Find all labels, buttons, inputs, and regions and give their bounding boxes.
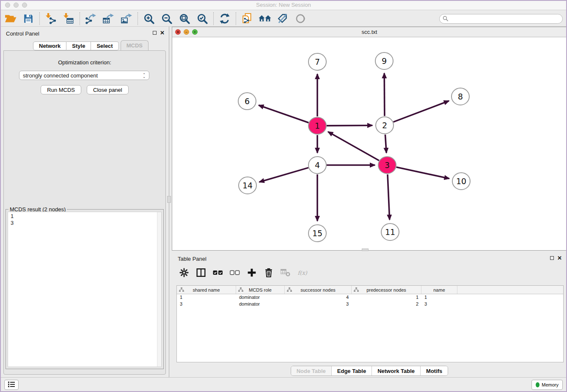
tab-node-table[interactable]: Node Table	[291, 366, 331, 375]
column-header-shared-name[interactable]: shared name	[177, 286, 236, 294]
memory-button[interactable]: Memory	[531, 380, 563, 390]
node-10[interactable]: 10	[452, 173, 470, 190]
cell-shared-name[interactable]: 1	[177, 294, 236, 301]
edge-1-6[interactable]	[259, 105, 308, 123]
node-1[interactable]: 1	[308, 117, 326, 134]
zoom-out-icon[interactable]	[158, 11, 176, 26]
cell-predecessor-nodes[interactable]: 2	[352, 301, 421, 308]
window-title: Session: New Session	[0, 2, 567, 8]
hide-labels-icon[interactable]	[274, 11, 292, 26]
tab-network-table[interactable]: Network Table	[372, 366, 420, 375]
tab-style[interactable]: Style	[66, 41, 91, 50]
control-panel: Control Panel ✕ NetworkStyleSelectMCDS O…	[0, 27, 169, 377]
node-11[interactable]: 11	[381, 224, 399, 240]
horizontal-splitter-grip[interactable]	[362, 248, 369, 251]
tab-mcds[interactable]: MCDS	[121, 40, 149, 50]
zoom-selected-icon[interactable]	[193, 11, 211, 26]
node-3[interactable]: 3	[378, 157, 396, 174]
edge-2-3[interactable]	[385, 135, 386, 153]
deselect-all-checkboxes-icon[interactable]	[229, 267, 240, 278]
run-mcds-button[interactable]: Run MCDS	[41, 85, 81, 94]
column-label: MCDS role	[249, 287, 272, 293]
node-15[interactable]: 15	[308, 225, 326, 242]
node-7[interactable]: 7	[308, 53, 326, 70]
edge-2-8[interactable]	[394, 101, 449, 122]
toolbar-separator	[80, 12, 80, 25]
node-4[interactable]: 4	[308, 157, 326, 174]
select-all-checkboxes-icon[interactable]	[212, 267, 223, 278]
combo-value: strongly connected component	[23, 72, 98, 79]
network-window-titlebar[interactable]: ✕ − + scc.txt	[172, 27, 567, 37]
table-row[interactable]: 1dominator411	[177, 294, 563, 301]
tab-motifs[interactable]: Motifs	[420, 366, 448, 375]
tab-select[interactable]: Select	[91, 41, 118, 50]
close-panel-icon[interactable]: ✕	[160, 30, 165, 35]
cell-name[interactable]: 3	[421, 301, 457, 308]
column-header-name[interactable]: name	[421, 286, 457, 294]
add-column-icon[interactable]	[246, 267, 257, 278]
edge-3-1[interactable]	[328, 132, 379, 160]
tab-edge-table[interactable]: Edge Table	[331, 366, 372, 375]
edge-2-9[interactable]	[384, 73, 385, 116]
node-9[interactable]: 9	[375, 52, 393, 69]
import-network-icon[interactable]	[42, 11, 60, 26]
cell-shared-name[interactable]: 3	[177, 301, 236, 308]
table-settings-gear-icon[interactable]	[179, 267, 190, 278]
column-header-successor-nodes[interactable]: successor nodes	[285, 286, 352, 294]
node-8[interactable]: 8	[451, 88, 469, 105]
vertical-splitter-grip[interactable]	[167, 196, 171, 203]
column-header-MCDS-role[interactable]: MCDS role	[236, 286, 285, 294]
first-neighbors-icon[interactable]	[256, 11, 274, 26]
cell-MCDS-role[interactable]: dominator	[236, 294, 285, 301]
table-tabs: Node TableEdge TableNetwork TableMotifs	[172, 366, 567, 376]
open-file-icon[interactable]	[2, 11, 19, 26]
edge-3-11[interactable]	[388, 174, 390, 220]
column-label: shared name	[193, 287, 220, 293]
delete-column-icon[interactable]	[263, 267, 274, 278]
clone-network-icon[interactable]	[238, 11, 256, 26]
memory-status-icon	[536, 382, 539, 387]
task-history-button[interactable]	[4, 380, 19, 390]
cell-successor-nodes[interactable]: 3	[285, 301, 352, 308]
node-6[interactable]: 6	[238, 93, 256, 110]
table-row[interactable]: 3dominator323	[177, 301, 563, 308]
column-label: successor nodes	[300, 287, 336, 293]
column-header-predecessor-nodes[interactable]: predecessor nodes	[352, 286, 421, 294]
mcds-result-groupbox: MCDS result (2 nodes) 1 3	[6, 209, 164, 369]
node-14[interactable]: 14	[239, 177, 256, 194]
zoom-fit-icon[interactable]	[176, 11, 193, 26]
cell-name[interactable]: 1	[421, 294, 457, 301]
save-session-icon[interactable]	[19, 11, 37, 26]
mcds-result-textarea[interactable]: 1 3	[8, 212, 162, 367]
close-panel-button[interactable]: Close panel	[87, 85, 129, 94]
result-scrollbar[interactable]	[157, 212, 161, 367]
main-toolbar	[0, 11, 567, 27]
close-table-panel-icon[interactable]: ✕	[557, 256, 562, 260]
float-table-panel-icon[interactable]	[550, 256, 554, 260]
optimization-criterion-select[interactable]: strongly connected component ⌃⌄	[19, 71, 149, 80]
zoom-in-icon[interactable]	[140, 11, 158, 26]
float-panel-icon[interactable]	[153, 31, 157, 35]
edge-3-10[interactable]	[396, 167, 449, 179]
edge-1-2[interactable]	[327, 125, 372, 126]
eye-icon[interactable]	[292, 11, 309, 26]
cell-predecessor-nodes[interactable]: 1	[352, 294, 421, 301]
search-input[interactable]	[439, 14, 563, 24]
table-panel-title: Table Panel	[178, 256, 206, 262]
network-canvas[interactable]: 7968124314101511	[172, 37, 567, 250]
export-image-icon[interactable]	[118, 11, 135, 26]
export-network-icon[interactable]	[82, 11, 100, 26]
import-table-icon[interactable]	[60, 11, 77, 26]
split-panel-icon[interactable]	[195, 267, 206, 278]
node-label: 15	[312, 229, 322, 238]
tab-network[interactable]: Network	[33, 41, 66, 50]
table-header-row: shared nameMCDS rolesuccessor nodesprede…	[177, 286, 563, 294]
cell-MCDS-role[interactable]: dominator	[236, 301, 285, 308]
node-2[interactable]: 2	[376, 117, 394, 134]
apply-layout-icon[interactable]	[216, 11, 234, 26]
cell-successor-nodes[interactable]: 4	[285, 294, 352, 301]
node-label: 10	[456, 177, 466, 186]
edge-4-14[interactable]	[259, 168, 308, 182]
toolbar-separator	[236, 12, 236, 25]
export-table-icon[interactable]	[100, 11, 118, 26]
